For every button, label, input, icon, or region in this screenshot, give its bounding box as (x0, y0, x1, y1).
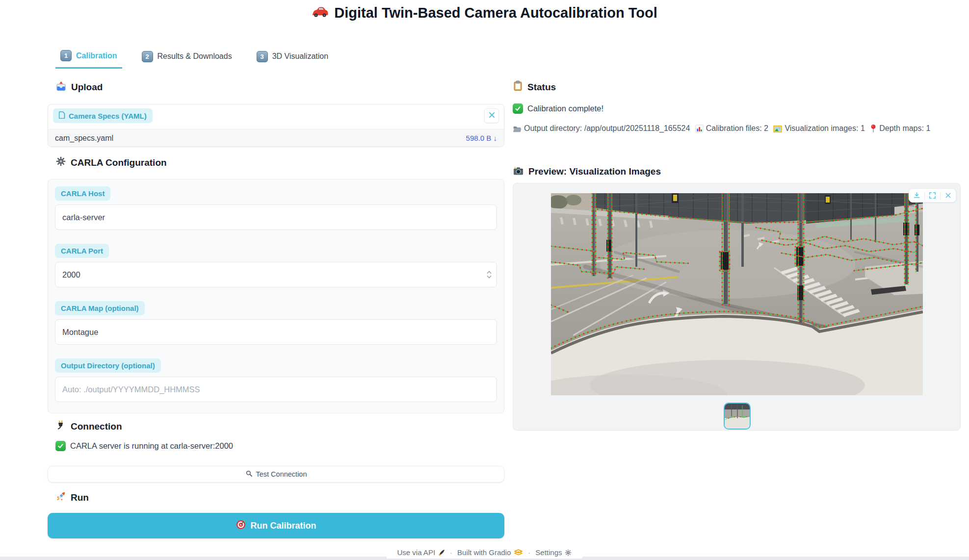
inbox-tray-icon (55, 80, 67, 94)
search-icon (245, 470, 253, 479)
settings-gear-icon (565, 549, 572, 556)
file-component-label: Camera Specs (YAML) (53, 108, 153, 123)
field-carla-port: CARLA Port (55, 244, 497, 287)
carla-port-label: CARLA Port (55, 244, 109, 258)
field-carla-map: CARLA Map (optional) (55, 301, 497, 345)
plug-icon (55, 420, 66, 433)
gear-icon (55, 156, 66, 169)
check-icon (55, 441, 66, 451)
picture-icon (773, 125, 782, 133)
bar-chart-icon (695, 125, 704, 133)
file-row[interactable]: cam_specs.yaml 598.0 B ↓ (48, 129, 504, 147)
number-stepper[interactable] (486, 271, 492, 279)
document-icon (59, 111, 65, 120)
app-window: Digital Twin-Based Camera Autocalibratio… (0, 0, 969, 560)
settings-link[interactable]: Settings (535, 548, 572, 557)
connection-heading: Connection (55, 420, 122, 433)
camera-flash-icon (513, 165, 524, 178)
status-message: Calibration complete! (513, 103, 603, 114)
keycap-3-icon: 3 (257, 51, 268, 62)
carla-map-label: CARLA Map (optional) (55, 301, 145, 315)
footer-separator: · (450, 548, 452, 557)
pin-icon (870, 124, 877, 133)
carla-config-panel: CARLA Host CARLA Port CARLA Map (optiona… (48, 179, 504, 413)
status-depth-maps: Depth maps: 1 (870, 124, 930, 132)
rocket-icon (55, 491, 66, 504)
status-calibration-files: Calibration files: 2 (695, 124, 768, 132)
download-image-button[interactable] (913, 191, 921, 200)
status-output-dir: Output directory: /app/output/20251118_1… (513, 124, 690, 132)
gallery-toolbar (909, 188, 956, 203)
field-output-directory: Output Directory (optional) (55, 358, 497, 402)
tab-results-downloads[interactable]: 2 Results & Downloads (137, 47, 237, 69)
fullscreen-button[interactable] (928, 191, 937, 200)
target-icon (236, 520, 246, 532)
run-heading: Run (55, 491, 89, 504)
test-connection-button[interactable]: Test Connection (48, 466, 504, 483)
gallery-thumbnail-selected[interactable] (724, 403, 751, 430)
download-icon (913, 191, 921, 200)
status-visualization-images: Visualization images: 1 (773, 124, 864, 132)
footer: Use via API · Built with Gradio · Settin… (0, 546, 969, 559)
field-carla-host: CARLA Host (55, 186, 497, 230)
connection-status: CARLA server is running at carla-server:… (55, 441, 233, 451)
folder-icon (513, 125, 522, 133)
close-icon (944, 191, 952, 200)
api-rocket-icon (438, 549, 445, 556)
run-calibration-button[interactable]: Run Calibration (48, 513, 504, 538)
file-name[interactable]: cam_specs.yaml (55, 134, 113, 143)
output-directory-input[interactable] (55, 377, 497, 402)
output-directory-label: Output Directory (optional) (55, 358, 161, 373)
use-via-api-link[interactable]: Use via API (397, 548, 445, 557)
status-heading: Status (513, 80, 556, 94)
footer-separator: · (528, 548, 530, 557)
fullscreen-icon (928, 191, 937, 200)
clear-file-button[interactable] (484, 108, 499, 123)
carla-port-input[interactable] (55, 262, 497, 287)
file-download-link[interactable]: 598.0 B ↓ (466, 134, 497, 142)
clipboard-icon (513, 80, 523, 94)
keycap-1-icon: 1 (60, 50, 72, 61)
carla-host-label: CARLA Host (55, 186, 110, 201)
carla-host-input[interactable] (55, 204, 497, 230)
file-upload-component: Camera Specs (YAML) cam_specs.yaml 598.0… (48, 104, 504, 147)
tab-bar: 1 Calibration 2 Results & Downloads 3 3D… (55, 47, 333, 69)
toolbar-divider (940, 192, 941, 200)
check-icon (513, 103, 523, 114)
page-title: Digital Twin-Based Camera Autocalibratio… (0, 5, 969, 21)
car-icon (312, 5, 328, 21)
carla-map-input[interactable] (55, 319, 497, 345)
carla-config-heading: CARLA Configuration (55, 156, 167, 169)
preview-heading: Preview: Visualization Images (513, 165, 661, 178)
page-title-text: Digital Twin-Based Camera Autocalibratio… (334, 5, 657, 21)
gradio-logo-icon (514, 549, 523, 556)
visualization-image[interactable] (551, 193, 923, 395)
toolbar-divider (924, 192, 925, 200)
upload-heading: Upload (55, 80, 103, 94)
visualization-gallery (513, 183, 961, 431)
built-with-gradio-link[interactable]: Built with Gradio (457, 548, 523, 557)
tab-3d-visualization[interactable]: 3 3D Visualization (252, 47, 333, 69)
close-preview-button[interactable] (944, 191, 952, 200)
close-icon (489, 111, 495, 120)
tab-calibration[interactable]: 1 Calibration (55, 47, 122, 69)
keycap-2-icon: 2 (142, 51, 153, 62)
status-details: Output directory: /app/output/20251118_1… (513, 123, 958, 135)
